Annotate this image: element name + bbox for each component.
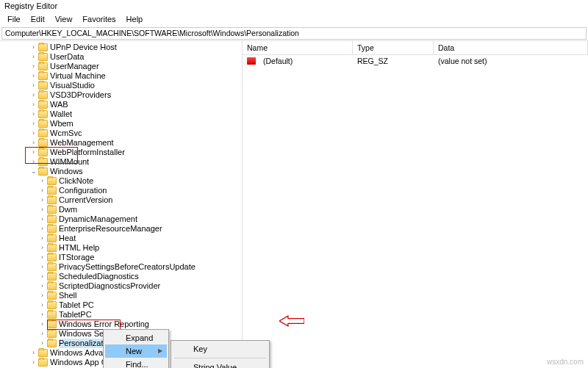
expand-icon[interactable]: › — [38, 224, 46, 234]
tree-item[interactable]: ›Windows Error Reporting — [0, 320, 242, 329]
tree-item[interactable]: ›Virtual Machine — [0, 71, 242, 81]
tree-label: WebManagement — [50, 138, 114, 148]
expand-icon[interactable]: › — [29, 138, 37, 148]
menu-edit[interactable]: Edit — [26, 13, 49, 26]
tree-item[interactable]: ›ScriptedDiagnosticsProvider — [0, 281, 242, 291]
tree-item[interactable]: ›PrivacySettingsBeforeCreatorsUpdate — [0, 262, 242, 272]
tree-item[interactable]: ›CurrentVersion — [0, 195, 242, 205]
value-type: REG_SZ — [353, 56, 434, 66]
menu-item-expand[interactable]: Expand — [105, 331, 167, 344]
tree-item[interactable]: ›UserData — [0, 52, 242, 62]
expand-icon[interactable]: › — [38, 320, 46, 329]
expand-icon[interactable]: › — [38, 300, 46, 310]
folder-icon — [47, 301, 57, 309]
folder-icon — [47, 320, 57, 328]
tree-item[interactable]: ›Configuration — [0, 186, 242, 195]
tree-item[interactable]: ›WebPlatformInstaller — [0, 148, 242, 157]
expand-icon[interactable]: › — [29, 100, 37, 109]
folder-icon — [38, 358, 48, 367]
menu-help[interactable]: Help — [122, 13, 148, 26]
menu-file[interactable]: File — [3, 13, 25, 26]
menu-separator — [174, 358, 266, 358]
tree-item[interactable]: ›ScheduledDiagnostics — [0, 272, 242, 281]
menu-item-string-value[interactable]: String Value — [173, 361, 268, 368]
context-menu[interactable]: ExpandNewFind...DeleteRenameExportPermis… — [103, 329, 169, 368]
tree-label: ClickNote — [59, 176, 93, 186]
col-type[interactable]: Type — [353, 41, 434, 54]
tree-item[interactable]: ›WAB — [0, 100, 242, 109]
list-header[interactable]: Name Type Data — [243, 41, 588, 55]
context-submenu-new[interactable]: KeyString ValueBinary ValueDWORD (32-bit… — [171, 340, 270, 368]
expand-icon[interactable]: › — [29, 157, 37, 167]
expand-icon[interactable]: › — [38, 329, 46, 339]
tree-item[interactable]: ›WIMMount — [0, 157, 242, 167]
expand-icon[interactable]: › — [29, 90, 37, 100]
tree-item[interactable]: ›Dwm — [0, 205, 242, 214]
menubar[interactable]: FileEditViewFavoritesHelp — [0, 13, 588, 26]
tree-item[interactable]: ›WebManagement — [0, 138, 242, 148]
tree-item[interactable]: ›TabletPC — [0, 310, 242, 320]
menu-item-find-[interactable]: Find... — [105, 358, 167, 368]
expand-icon[interactable]: › — [29, 148, 37, 157]
tree-item[interactable]: ›DynamicManagement — [0, 214, 242, 224]
expand-icon[interactable]: › — [38, 214, 46, 224]
menu-item-new[interactable]: New — [105, 344, 167, 358]
expand-icon[interactable]: › — [38, 195, 46, 205]
address-bar[interactable]: Computer\HKEY_LOCAL_MACHINE\SOFTWARE\Mic… — [1, 27, 587, 40]
expand-icon[interactable]: › — [29, 348, 37, 358]
expand-icon[interactable]: › — [38, 234, 46, 243]
expand-icon[interactable]: › — [38, 310, 46, 320]
tree-item[interactable]: ›EnterpriseResourceManager — [0, 224, 242, 234]
expand-icon[interactable]: › — [38, 205, 46, 214]
folder-icon — [47, 206, 57, 214]
tree-item[interactable]: ›Wbem — [0, 119, 242, 129]
folder-icon — [38, 349, 48, 357]
tree-item[interactable]: ›VisualStudio — [0, 81, 242, 90]
expand-icon[interactable]: › — [38, 243, 46, 253]
tree-item[interactable]: ›Shell — [0, 291, 242, 300]
expand-icon[interactable]: › — [29, 62, 37, 71]
expand-icon[interactable]: › — [38, 291, 46, 300]
expand-icon[interactable]: › — [29, 81, 37, 90]
folder-icon — [47, 187, 57, 195]
expand-icon[interactable]: › — [29, 119, 37, 129]
tree-label: Configuration — [59, 186, 107, 195]
value-data: (value not set) — [434, 56, 588, 66]
expand-icon[interactable]: › — [29, 52, 37, 62]
tree-item[interactable]: ›UPnP Device Host — [0, 43, 242, 52]
expand-icon[interactable]: › — [29, 71, 37, 81]
tree-item[interactable]: ›ClickNote — [0, 176, 242, 186]
tree-label: UserData — [50, 52, 84, 62]
folder-icon — [38, 101, 48, 109]
tree-item[interactable]: ›VSD3DProviders — [0, 90, 242, 100]
tree-label: Dwm — [59, 205, 77, 214]
tree-item[interactable]: ›UserManager — [0, 62, 242, 71]
expand-icon[interactable]: › — [29, 129, 37, 138]
menu-favorites[interactable]: Favorites — [78, 13, 120, 26]
expand-icon[interactable]: ⌄ — [29, 167, 37, 176]
tree-item[interactable]: ›ITStorage — [0, 253, 242, 262]
col-name[interactable]: Name — [243, 41, 353, 54]
expand-icon[interactable]: › — [38, 176, 46, 186]
folder-icon — [47, 339, 57, 347]
expand-icon[interactable]: › — [38, 281, 46, 291]
expand-icon[interactable]: › — [38, 272, 46, 281]
expand-icon[interactable]: › — [29, 43, 37, 52]
tree-item[interactable]: ›Wallet — [0, 109, 242, 119]
expand-icon[interactable]: › — [29, 109, 37, 119]
expand-icon[interactable]: › — [38, 262, 46, 272]
expand-icon[interactable]: › — [38, 186, 46, 195]
expand-icon[interactable]: › — [38, 253, 46, 262]
tree-pane[interactable]: ›UPnP Device Host›UserData›UserManager›V… — [0, 41, 243, 367]
tree-item[interactable]: ›Heat — [0, 234, 242, 243]
expand-icon[interactable]: › — [29, 358, 37, 367]
tree-item[interactable]: ›Tablet PC — [0, 300, 242, 310]
menu-item-key[interactable]: Key — [173, 342, 268, 356]
tree-item[interactable]: ›HTML Help — [0, 243, 242, 253]
expand-icon[interactable]: › — [38, 339, 46, 348]
tree-item[interactable]: ⌄Windows — [0, 167, 242, 176]
menu-view[interactable]: View — [51, 13, 77, 26]
table-row[interactable]: (Default) REG_SZ (value not set) — [243, 55, 588, 67]
col-data[interactable]: Data — [434, 41, 588, 54]
tree-item[interactable]: ›WcmSvc — [0, 129, 242, 138]
